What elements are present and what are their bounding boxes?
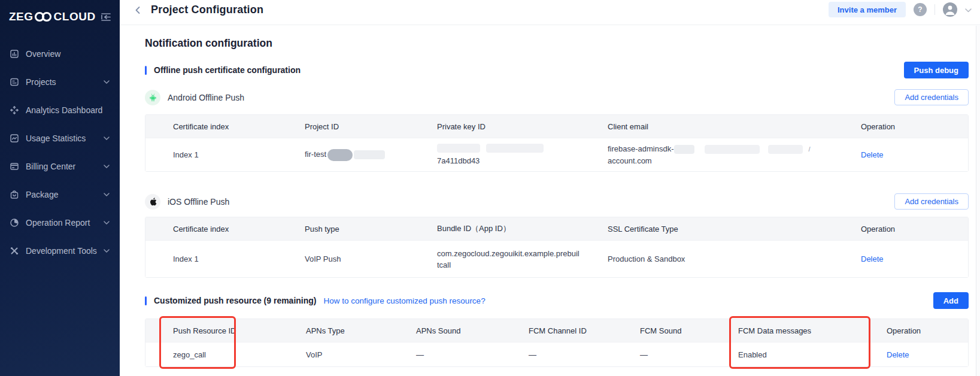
col-header-certificate-index: Certificate index <box>145 225 305 234</box>
section-title: Customized push resource (9 remaining) <box>154 296 317 305</box>
sidebar: ZEG CLOUD <box>0 0 120 376</box>
sidebar-item-label: Billing Center <box>26 162 75 171</box>
apple-icon <box>145 194 160 210</box>
cell-client-email: firebase-adminsdk- / account.com <box>608 143 861 166</box>
col-header-operation: Operation <box>887 326 968 335</box>
col-header-operation: Operation <box>861 122 968 131</box>
billing-center-icon <box>9 161 19 171</box>
user-avatar-icon[interactable] <box>943 2 957 17</box>
customized-push-section-header: Customized push resource (9 remaining) H… <box>145 292 969 309</box>
col-header-project-id: Project ID <box>305 122 437 131</box>
delete-link[interactable]: Delete <box>861 150 968 159</box>
chevron-down-icon <box>104 249 110 253</box>
delete-link[interactable]: Delete <box>887 350 968 359</box>
cell-apns-sound: — <box>416 350 529 359</box>
chevron-down-icon <box>104 137 110 140</box>
redaction-patch <box>327 149 353 161</box>
configure-help-link[interactable]: How to configure customized push resourc… <box>324 296 486 305</box>
cell-fcm-channel-id: — <box>529 350 640 359</box>
section-title: Offline push certificate configuration <box>154 65 301 75</box>
cell-push-type: VoIP Push <box>305 254 437 263</box>
cell-fcm-sound: — <box>640 350 738 359</box>
logo-double-o-icon <box>34 11 53 22</box>
offline-push-section-header: Offline push certificate configuration P… <box>145 62 969 78</box>
cell-certificate-index: Index 1 <box>145 150 305 159</box>
redaction-patch <box>486 144 544 153</box>
scrollbar[interactable] <box>976 26 980 376</box>
customized-push-table-wrap: Push Resource ID APNs Type APNs Sound FC… <box>145 319 969 367</box>
sidebar-item-package[interactable]: Package <box>0 180 120 208</box>
logo-text-suffix: CLOUD <box>54 10 96 23</box>
table-row: Index 1 VoIP Push com.zegocloud.zegouiki… <box>145 240 968 277</box>
usage-statistics-icon <box>9 133 19 143</box>
analytics-dashboard-icon <box>9 105 19 115</box>
cell-bundle-id: com.zegocloud.zegouikit.example.prebuilt… <box>437 248 579 271</box>
col-header-private-key-id: Private key ID <box>437 122 608 131</box>
cell-ssl-type: Production & Sandbox <box>608 254 861 263</box>
overview-icon <box>9 48 19 59</box>
table-header-row: Push Resource ID APNs Type APNs Sound FC… <box>145 319 968 342</box>
sidebar-item-label: Development Tools <box>26 246 97 256</box>
chevron-down-icon <box>104 165 110 168</box>
redaction-patch <box>705 145 760 154</box>
sidebar-item-development-tools[interactable]: Development Tools <box>0 236 120 265</box>
android-push-table: Certificate index Project ID Private key… <box>145 114 969 172</box>
customized-push-table: Push Resource ID APNs Type APNs Sound FC… <box>145 319 969 367</box>
ios-push-table: Certificate index Push type Bundle ID（Ap… <box>145 217 969 278</box>
col-header-apns-type: APNs Type <box>306 326 416 335</box>
sidebar-collapse-icon[interactable] <box>101 13 111 22</box>
cell-fcm-data-messages: Enabled <box>738 350 887 359</box>
sidebar-item-operation-report[interactable]: Operation Report <box>0 208 120 236</box>
chevron-down-icon <box>104 193 110 196</box>
development-tools-icon <box>9 245 19 256</box>
sidebar-logo-row: ZEG CLOUD <box>0 0 120 34</box>
cell-certificate-index: Index 1 <box>145 254 305 263</box>
section-accent-bar <box>145 66 147 75</box>
ios-add-credentials-button[interactable]: Add credentials <box>894 193 969 210</box>
ios-offline-push-label: iOS Offline Push <box>168 197 229 207</box>
col-header-fcm-data-messages: FCM Data messages <box>738 326 887 335</box>
invite-member-button[interactable]: Invite a member <box>829 2 906 17</box>
col-header-certificate-index: Certificate index <box>145 122 305 131</box>
cell-apns-type: VoIP <box>306 350 416 359</box>
cell-project-id: fir-test <box>305 149 437 161</box>
top-header: Project Configuration Invite a member ? <box>120 0 980 25</box>
chevron-down-icon <box>104 80 110 84</box>
projects-icon <box>9 77 19 87</box>
col-header-bundle-id: Bundle ID（App ID） <box>437 223 608 234</box>
col-header-client-email: Client email <box>608 122 861 131</box>
sidebar-item-label: Projects <box>26 77 56 87</box>
col-header-fcm-sound: FCM Sound <box>640 326 738 335</box>
table-header-row: Certificate index Project ID Private key… <box>145 115 968 138</box>
sidebar-item-usage-statistics[interactable]: Usage Statistics <box>0 124 120 152</box>
android-offline-push-label: Android Offline Push <box>168 93 244 102</box>
android-add-credentials-button[interactable]: Add credentials <box>894 89 969 105</box>
operation-report-icon <box>9 217 19 228</box>
redaction-patch <box>674 145 694 154</box>
android-offline-push-row: Android Offline Push Add credentials <box>145 89 969 105</box>
sidebar-item-projects[interactable]: Projects <box>0 68 120 96</box>
table-row: zego_call VoIP — — — Enabled Delete <box>145 342 968 366</box>
sidebar-nav: Overview Projects Analytics Dashboard <box>0 34 120 265</box>
sidebar-item-label: Overview <box>26 49 60 59</box>
notification-configuration-title: Notification configuration <box>145 37 969 50</box>
sidebar-item-overview[interactable]: Overview <box>0 40 120 68</box>
back-chevron-icon[interactable] <box>134 5 142 15</box>
sidebar-item-label: Analytics Dashboard <box>26 105 102 115</box>
logo-text-prefix: ZEG <box>9 10 34 23</box>
redaction-patch <box>354 150 385 159</box>
redaction-patch <box>768 145 803 154</box>
zegocloud-logo: ZEG CLOUD <box>9 10 96 23</box>
add-button[interactable]: Add <box>933 292 969 309</box>
sidebar-item-billing-center[interactable]: Billing Center <box>0 152 120 180</box>
push-debug-button[interactable]: Push debug <box>904 62 969 78</box>
page-title: Project Configuration <box>151 4 263 16</box>
delete-link[interactable]: Delete <box>861 254 968 263</box>
account-chevron-down-icon[interactable] <box>965 4 972 15</box>
col-header-fcm-channel-id: FCM Channel ID <box>529 326 640 335</box>
ios-offline-push-row: iOS Offline Push Add credentials <box>145 193 969 210</box>
redaction-patch <box>437 144 480 153</box>
main-content: Notification configuration Offline push … <box>145 26 969 367</box>
sidebar-item-analytics-dashboard[interactable]: Analytics Dashboard <box>0 96 120 124</box>
help-icon[interactable]: ? <box>914 3 927 16</box>
